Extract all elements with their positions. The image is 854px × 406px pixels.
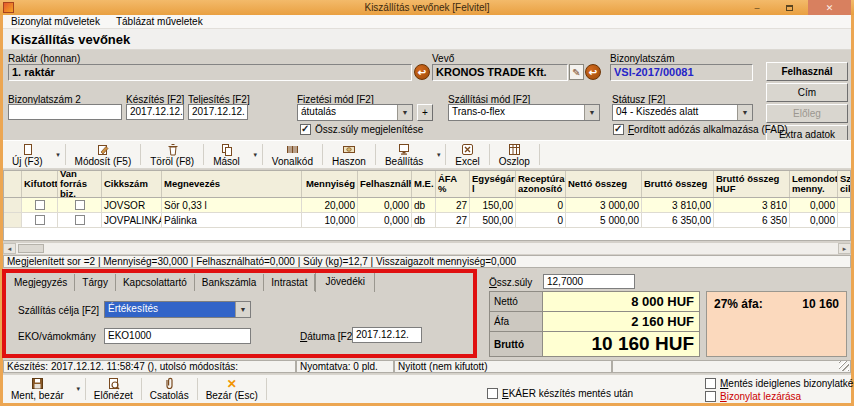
checkbox-checked-icon[interactable] xyxy=(613,124,624,135)
checkbox-unchecked-icon[interactable] xyxy=(75,215,85,225)
col-mennyiseg[interactable]: Mennyiség xyxy=(302,171,358,197)
vevo-edit-button[interactable]: ✎ xyxy=(569,64,584,80)
col-cikkszam[interactable]: Cikkszám xyxy=(102,171,162,197)
fizetesi-mod-select[interactable]: átutalás ▼ xyxy=(297,104,413,121)
row-selector[interactable] xyxy=(4,198,22,212)
checkbox-unchecked-icon[interactable] xyxy=(35,215,45,225)
eko-input[interactable]: EKO1000 xyxy=(104,328,251,344)
mentes-ideiglenes-checkbox[interactable]: Mentés ideiglenes bizonylatként xyxy=(705,378,854,389)
scroll-right-button[interactable]: ► xyxy=(838,243,851,254)
col-brutto-osszeg[interactable]: Bruttó összeg xyxy=(642,171,714,197)
szallitasi-mod-select[interactable]: Trans-o-flex ▼ xyxy=(448,104,600,121)
checkbox-unchecked-icon[interactable] xyxy=(705,378,716,389)
tab-kapcsolattarto[interactable]: Kapcsolattartó xyxy=(116,274,195,291)
dropdown-arrow-icon[interactable]: ▼ xyxy=(235,302,250,317)
tab-megjegyzes[interactable]: Megjegyzés xyxy=(7,274,75,291)
dropdown-arrow-icon[interactable]: ▼ xyxy=(397,105,412,120)
scrollbar-thumb[interactable] xyxy=(18,244,44,253)
szallitas-celja-select[interactable]: Értékesítés ▼ xyxy=(104,301,251,318)
keszites-date-input[interactable]: 2017.12.12. xyxy=(126,104,184,120)
menu-tablazat-muveletek[interactable]: Táblázat műveletek xyxy=(108,15,211,29)
excel-button[interactable]: Excel xyxy=(446,141,488,168)
tab-jovedeki[interactable]: Jövedéki xyxy=(315,271,374,292)
caret-down-icon: ▾ xyxy=(77,385,81,393)
col-lemondott[interactable]: Lemondott menny. xyxy=(790,171,838,197)
minimize-button[interactable]: – xyxy=(744,0,770,15)
eloleg-button[interactable]: Előleg xyxy=(766,104,848,123)
fad-checkbox[interactable]: Fordított adózás alkalmazása (FAD) xyxy=(613,124,788,135)
checkbox-unchecked-icon[interactable] xyxy=(35,200,45,210)
vat-rate-label: 27% áfa: xyxy=(714,297,763,311)
torol-button[interactable]: Töröl (F8) xyxy=(141,141,203,168)
maximize-button[interactable] xyxy=(776,0,802,15)
modosit-button[interactable]: Módosít (F5) xyxy=(66,141,141,168)
trash-icon xyxy=(166,143,179,156)
cim-button[interactable]: Cím xyxy=(766,83,848,102)
elonezet-button[interactable]: Előnézet xyxy=(86,375,141,403)
table-hscrollbar: ◄ ► xyxy=(3,243,851,254)
bizonylatszam2-input[interactable] xyxy=(8,104,122,120)
ment-bezar-button[interactable]: Ment, bezár xyxy=(3,375,72,403)
close-button[interactable]: ✕ xyxy=(808,0,851,15)
checkbox-checked-icon[interactable] xyxy=(300,124,311,135)
ment-bezar-dropdown-button[interactable]: ▾ xyxy=(72,375,85,403)
checkbox-unchecked-icon[interactable] xyxy=(75,200,85,210)
col-afa[interactable]: ÁFA % xyxy=(436,171,470,197)
felhasznal-button[interactable]: Felhasznál xyxy=(766,62,848,81)
vonalkod-button[interactable]: Vonalkód xyxy=(263,141,322,168)
beallitas-button[interactable]: Beállítás xyxy=(376,141,432,168)
copy-icon xyxy=(220,143,233,156)
datuma-input[interactable]: 2017.12.12. xyxy=(352,327,422,343)
teljesites-date-input[interactable]: 2017.12.12. xyxy=(188,104,248,120)
add-payment-method-button[interactable]: + xyxy=(417,104,433,121)
van-forras-cell xyxy=(58,198,102,212)
col-receptura[interactable]: Receptúra azonosító xyxy=(516,171,566,197)
raktar-lookup-button[interactable]: ↩ xyxy=(414,64,430,80)
scroll-left-button[interactable]: ◄ xyxy=(3,243,16,254)
uj-dropdown-button[interactable]: ▾ xyxy=(52,141,65,168)
vevo-field[interactable]: KRONOS TRADE Kft. xyxy=(432,64,568,81)
haszon-button[interactable]: Haszon xyxy=(323,141,375,168)
vevo-lookup-button[interactable]: ↩ xyxy=(585,64,601,80)
preview-icon xyxy=(107,377,120,390)
tab-bankszamla[interactable]: Bankszámla xyxy=(195,274,264,291)
tab-intrastat[interactable]: Intrastat xyxy=(264,274,315,291)
col-van-forras-biz[interactable]: Van forrás biz. xyxy=(58,171,102,197)
ossz-suly-input[interactable]: 12,7000 xyxy=(543,274,635,289)
raktar-field[interactable]: 1. raktár xyxy=(8,64,412,81)
attachment-icon xyxy=(163,377,176,390)
col-me[interactable]: M.E. xyxy=(412,171,436,197)
uj-button[interactable]: Új (F3) xyxy=(3,141,52,168)
masol-button[interactable]: Másol xyxy=(204,141,249,168)
beallitas-dropdown-button[interactable]: ▾ xyxy=(432,141,445,168)
dropdown-arrow-icon[interactable]: ▼ xyxy=(737,105,752,120)
col-egysegar[interactable]: Egységár-l xyxy=(470,171,516,197)
ossz-suly-megjelenitese-checkbox[interactable]: Össz.súly megjelenítése xyxy=(300,124,423,135)
statusz-select[interactable]: 04 - Kiszedés alatt ▼ xyxy=(612,104,753,121)
masol-dropdown-button[interactable]: ▾ xyxy=(249,141,262,168)
table-header-row: Kifutott Van forrás biz. Cikkszám Megnev… xyxy=(4,171,850,198)
tab-targy[interactable]: Tárgy xyxy=(75,274,116,291)
csatolas-button[interactable]: Csatolás xyxy=(142,375,197,403)
fizetesi-mod-value: átutalás xyxy=(298,105,397,120)
table-row[interactable]: JOVPALINKA Pálinka 10,000 0,000 db 27 50… xyxy=(4,213,850,228)
col-szamlazott-cikk[interactable]: Szá cik xyxy=(838,171,850,197)
col-megnevezes[interactable]: Megnevezés xyxy=(162,171,302,197)
table-row[interactable]: JOVSOR Sör 0,33 l 20,000 0,000 db 27 150… xyxy=(4,198,850,213)
checkbox-unchecked-icon[interactable] xyxy=(487,388,498,399)
col-netto-osszeg[interactable]: Nettó összeg xyxy=(566,171,642,197)
close-icon: ✕ xyxy=(826,3,834,13)
col-felhasznalhato[interactable]: Felhasználha xyxy=(358,171,412,197)
dropdown-arrow-icon[interactable]: ▼ xyxy=(584,105,599,120)
bizonylat-lezarasa-checkbox[interactable]: Bizonylat lezárása xyxy=(705,391,801,402)
col-kifutott[interactable]: Kifutott xyxy=(22,171,58,197)
oszlop-button[interactable]: Oszlop xyxy=(490,141,539,168)
bezar-button[interactable]: ✕ Bezár (Esc) xyxy=(198,375,266,403)
ekaer-checkbox[interactable]: EKÁER készítés mentés után xyxy=(487,388,633,399)
resize-grip-icon[interactable] xyxy=(839,361,849,371)
menu-bizonylat-muveletek[interactable]: Bizonylat műveletek xyxy=(3,15,108,29)
checkbox-unchecked-icon[interactable] xyxy=(705,391,716,402)
col-brutto-osszeg-huf[interactable]: Bruttó összeg HUF xyxy=(714,171,790,197)
row-selector[interactable] xyxy=(4,213,22,227)
excel-icon xyxy=(461,143,474,156)
